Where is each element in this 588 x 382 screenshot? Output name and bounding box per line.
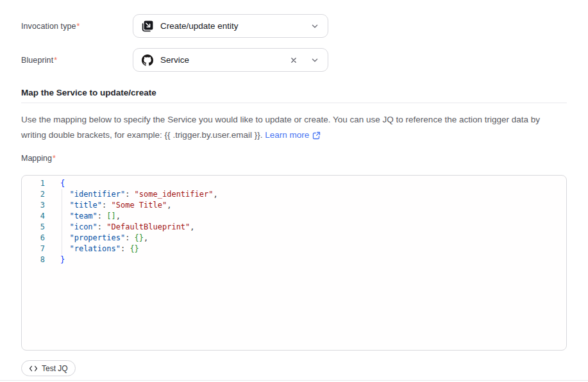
- blueprint-label: Blueprint*: [21, 56, 133, 65]
- github-icon: [142, 54, 153, 66]
- mapping-code-editor[interactable]: 1{2 "identifier": "some_identifier",3 "t…: [21, 175, 567, 351]
- required-marker: *: [53, 154, 56, 163]
- line-number: 6: [22, 233, 45, 244]
- bottom-divider: [0, 380, 588, 381]
- code-line: 3 "title": "Some Title",: [22, 200, 566, 211]
- code-text: "title": "Some Title",: [45, 201, 171, 210]
- entity-icon: [142, 21, 153, 32]
- code-brackets-icon: [29, 365, 38, 372]
- learn-more-link[interactable]: Learn more: [265, 128, 321, 143]
- code-line: 4 "team": [],: [22, 211, 566, 222]
- code-text: }: [45, 255, 65, 264]
- code-line: 5 "icon": "DefaultBlueprint",: [22, 222, 566, 233]
- indent-guide: [62, 189, 62, 254]
- line-number: 2: [22, 189, 45, 200]
- action-mapping-form: Invocation type* Create/update entity Bl…: [0, 0, 588, 382]
- code-line: 7 "relations": {}: [22, 244, 566, 254]
- invocation-type-select[interactable]: Create/update entity: [133, 14, 328, 38]
- clear-selection-button[interactable]: [289, 56, 298, 65]
- code-line: 1{: [22, 178, 566, 189]
- mapping-description: Use the mapping below to specify the Ser…: [21, 112, 567, 143]
- line-number: 7: [22, 244, 45, 254]
- test-jq-label: Test JQ: [42, 364, 68, 373]
- code-line: 6 "properties": {},: [22, 233, 566, 244]
- learn-more-label: Learn more: [265, 128, 309, 143]
- blueprint-value: Service: [160, 55, 282, 65]
- blueprint-row: Blueprint* Service: [21, 48, 567, 72]
- code-text: {: [45, 179, 65, 188]
- section-divider: [21, 103, 567, 103]
- mapping-field-label: Mapping*: [21, 154, 567, 163]
- code-text: "identifier": "some_identifier",: [45, 190, 218, 199]
- line-number: 4: [22, 211, 45, 222]
- test-jq-button[interactable]: Test JQ: [21, 360, 76, 376]
- section-heading: Map the Service to update/create: [21, 87, 567, 99]
- invocation-type-row: Invocation type* Create/update entity: [21, 14, 567, 38]
- blueprint-label-text: Blueprint: [21, 56, 53, 65]
- chevron-down-icon[interactable]: [310, 22, 319, 31]
- line-number: 8: [22, 254, 45, 265]
- invocation-type-label-text: Invocation type: [21, 22, 76, 31]
- code-line: 8}: [22, 254, 566, 265]
- line-number: 5: [22, 222, 45, 233]
- blueprint-select[interactable]: Service: [133, 48, 328, 72]
- code-text: "team": [],: [45, 212, 121, 220]
- close-icon: [289, 56, 298, 65]
- mapping-label-text: Mapping: [21, 154, 52, 163]
- external-link-icon: [312, 131, 321, 140]
- invocation-type-value: Create/update entity: [160, 21, 303, 31]
- required-marker: *: [54, 56, 57, 65]
- code-line: 2 "identifier": "some_identifier",: [22, 189, 566, 200]
- line-number: 3: [22, 200, 45, 211]
- code-text: "icon": "DefaultBlueprint",: [45, 222, 195, 231]
- chevron-down-icon[interactable]: [310, 56, 319, 65]
- line-number: 1: [22, 178, 45, 189]
- code-text: "relations": {}: [45, 244, 139, 253]
- required-marker: *: [77, 22, 80, 31]
- invocation-type-label: Invocation type*: [21, 22, 133, 31]
- code-text: "properties": {},: [45, 233, 148, 242]
